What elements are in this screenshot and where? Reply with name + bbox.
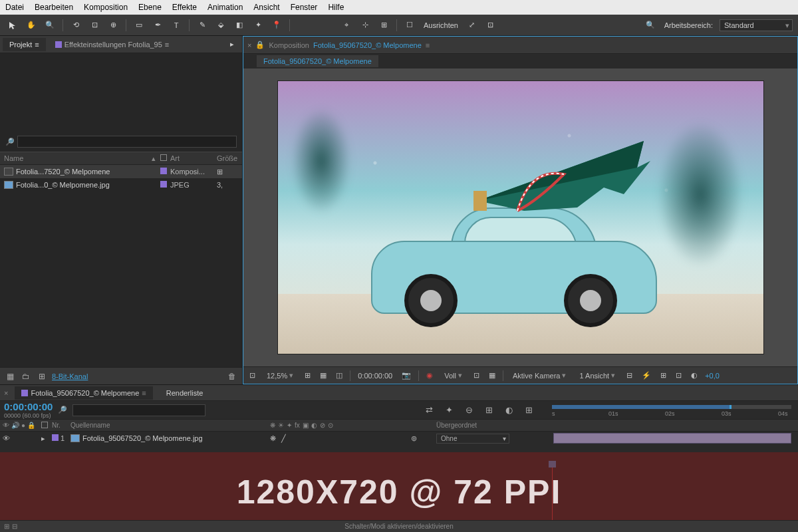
timeline-icon[interactable]: ⊞	[658, 371, 668, 380]
motion-blur-icon[interactable]: ◐	[501, 404, 516, 417]
selection-tool-icon[interactable]	[5, 18, 20, 33]
pen-tool-icon[interactable]: ✒	[150, 18, 165, 33]
fast-preview-icon[interactable]: ⚡	[640, 371, 653, 380]
axis-world-icon[interactable]: ⊹	[358, 18, 372, 33]
snapshot-icon[interactable]: 📷	[400, 371, 413, 380]
project-item-comp[interactable]: Fotolia...7520_© Melpomene Komposi... ⊞	[0, 165, 242, 178]
lock-col-icon[interactable]: 🔒	[27, 422, 35, 429]
current-timecode[interactable]: 0:00:00:00	[4, 401, 53, 412]
search-help-icon[interactable]: 🔍	[643, 18, 658, 33]
comp-mini-flowchart-icon[interactable]: ⇄	[422, 404, 436, 417]
tab-project[interactable]: Projekt ≡	[3, 38, 46, 51]
menu-ebene[interactable]: Ebene	[138, 3, 162, 12]
axis-view-icon[interactable]: ⊞	[376, 18, 391, 33]
grid-icon[interactable]: ▦	[318, 371, 329, 380]
quality-dropdown[interactable]: Voll	[440, 371, 466, 380]
frame-blend-icon[interactable]: ⊞	[481, 404, 496, 417]
flowchart-icon[interactable]: ⊞	[217, 168, 223, 176]
col-source[interactable]: Quellenname	[68, 422, 267, 429]
col-label[interactable]	[160, 154, 168, 162]
hand-tool-icon[interactable]: ✋	[24, 18, 39, 33]
col-nr[interactable]: Nr.	[49, 422, 68, 429]
axis-local-icon[interactable]: ⌖	[339, 18, 354, 33]
twirl-icon[interactable]: ▸	[41, 434, 45, 442]
timeline-tab-render[interactable]: Renderliste	[160, 386, 210, 400]
menu-animation[interactable]: Animation	[207, 3, 243, 12]
pickwhip-icon[interactable]: ⊚	[411, 434, 417, 442]
eraser-tool-icon[interactable]: ◧	[232, 18, 247, 33]
pixel-aspect-icon[interactable]: ⊟	[624, 371, 634, 380]
tab-close-icon[interactable]: ×	[247, 41, 251, 49]
toggle-modes-icon[interactable]: ⊟	[12, 523, 17, 530]
exposure-value[interactable]: +0,0	[705, 372, 720, 380]
label-color-icon[interactable]	[52, 434, 59, 441]
panel-menu-icon[interactable]: ≡	[35, 41, 39, 49]
timeline-tab-comp[interactable]: Fotolia_95067520_© Melpomene ≡	[15, 386, 152, 400]
zoom-tool-icon[interactable]: 🔍	[43, 18, 57, 33]
new-comp-icon[interactable]: ⊞	[36, 370, 48, 382]
col-name[interactable]: Name▴	[0, 154, 160, 163]
parent-dropdown[interactable]: Ohne	[436, 434, 509, 444]
mask-icon[interactable]: ◫	[334, 371, 344, 380]
bit-depth-link[interactable]: 8-Bit-Kanal	[52, 372, 88, 380]
solo-col-icon[interactable]: ●	[21, 422, 25, 429]
tab-close-icon[interactable]: ×	[4, 389, 8, 397]
panel-menu-icon[interactable]: ≡	[165, 41, 169, 49]
toggle-switches-icon[interactable]: ⊞	[4, 523, 9, 530]
label-color-icon[interactable]	[160, 168, 167, 174]
layer-duration-bar[interactable]	[553, 433, 791, 444]
trash-icon[interactable]: 🗑	[226, 370, 238, 382]
panel-close-icon[interactable]: ▸	[225, 37, 239, 52]
brush-tool-icon[interactable]: ✎	[195, 18, 209, 33]
pan-behind-tool-icon[interactable]: ⊕	[106, 18, 120, 33]
label-col-icon[interactable]	[41, 422, 48, 428]
col-type[interactable]: Art	[168, 154, 214, 162]
viewport[interactable]	[243, 68, 797, 366]
menu-fenster[interactable]: Fenster	[291, 3, 318, 12]
roto-tool-icon[interactable]: ✦	[251, 18, 265, 33]
clone-tool-icon[interactable]: ⬙	[213, 18, 228, 33]
timeline-track-area[interactable]	[545, 432, 798, 445]
col-parent[interactable]: Übergeordnet	[434, 422, 527, 429]
menu-datei[interactable]: Datei	[5, 3, 24, 12]
timecode-display[interactable]: 0:00:00:00	[356, 372, 394, 380]
project-item-jpg[interactable]: Fotolia...0_© Melpomene.jpg JPEG 3,	[0, 178, 242, 192]
comp-subtab[interactable]: Fotolia_95067520_© Melpomene	[257, 55, 378, 67]
rotate-tool-icon[interactable]: ⟲	[68, 18, 83, 33]
interpret-footage-icon[interactable]: ▦	[4, 370, 16, 382]
resolution-icon[interactable]: ⊞	[303, 371, 313, 380]
menu-ansicht[interactable]: Ansicht	[253, 3, 279, 12]
menu-hilfe[interactable]: Hilfe	[328, 3, 344, 12]
menu-effekte[interactable]: Effekte	[172, 3, 197, 12]
timeline-search-input[interactable]	[72, 404, 205, 416]
snap-checkbox-icon[interactable]: ☐	[402, 18, 417, 33]
snap-icon[interactable]: ⤢	[465, 18, 479, 33]
reset-exposure-icon[interactable]: ◐	[689, 371, 700, 380]
new-folder-icon[interactable]: 🗀	[20, 370, 32, 382]
col-size[interactable]: Größe	[214, 154, 242, 162]
comp-name-link[interactable]: Fotolia_95067520_© Melpomene	[313, 41, 422, 49]
transparency-icon[interactable]: ▦	[487, 371, 497, 380]
project-search-input[interactable]	[17, 136, 237, 148]
eye-icon[interactable]: 👁	[3, 434, 10, 442]
always-preview-icon[interactable]: ⊡	[247, 371, 257, 380]
text-tool-icon[interactable]: T	[169, 18, 184, 33]
label-color-icon[interactable]	[160, 181, 167, 188]
puppet-tool-icon[interactable]: 📍	[269, 18, 284, 33]
views-dropdown[interactable]: 1 Ansicht	[575, 371, 619, 380]
camera-tool-icon[interactable]: ⊡	[87, 18, 102, 33]
camera-dropdown[interactable]: Aktive Kamera	[509, 371, 571, 380]
time-ruler[interactable]: s 01s 02s 03s 04s	[545, 401, 798, 420]
roi-icon[interactable]: ⊡	[471, 371, 481, 380]
shy-icon[interactable]: ❋	[270, 434, 276, 443]
menu-komposition[interactable]: Komposition	[84, 3, 128, 12]
tab-effects[interactable]: Effekteinstellungen Fotolia_95 ≡	[49, 38, 176, 51]
snap-extend-icon[interactable]: ⊡	[483, 18, 498, 33]
menu-bearbeiten[interactable]: Bearbeiten	[35, 3, 73, 12]
zoom-dropdown[interactable]: 12,5%	[263, 371, 297, 380]
rectangle-tool-icon[interactable]: ▭	[132, 18, 146, 33]
video-col-icon[interactable]: 👁	[3, 422, 9, 429]
graph-editor-icon[interactable]: ⊞	[521, 404, 536, 417]
panel-menu-icon[interactable]: ≡	[426, 41, 430, 49]
flowchart-view-icon[interactable]: ⊡	[674, 371, 684, 380]
